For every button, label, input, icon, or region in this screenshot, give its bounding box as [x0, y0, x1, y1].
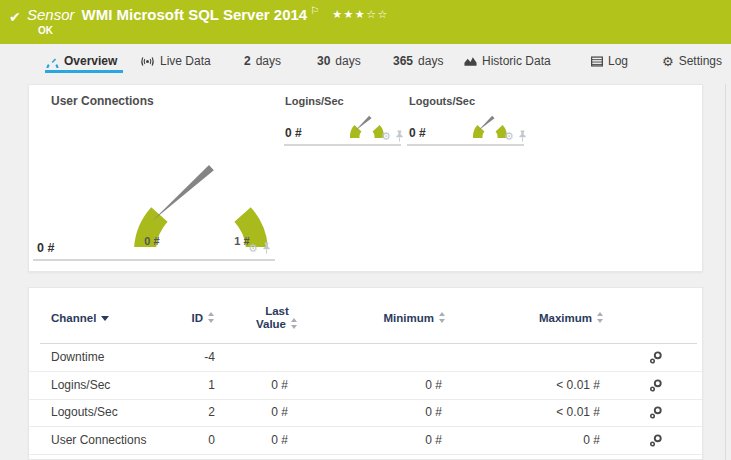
- sensor-header: ✔ SensorWMI Microsoft SQL Server 2014⚐★★…: [0, 0, 731, 44]
- column-header-label: Value: [256, 318, 286, 330]
- tab-days-number: 30: [317, 54, 330, 68]
- tab-label: Historic Data: [482, 54, 551, 68]
- pin-icon[interactable]: [518, 130, 527, 142]
- channel-minimum: 0 #: [354, 427, 442, 454]
- channel-maximum: < 0.01 #: [511, 399, 600, 426]
- channel-id: -4: [129, 344, 215, 371]
- channel-last-value: 0 #: [214, 372, 288, 399]
- column-header-last-value[interactable]: Last Value: [242, 305, 312, 331]
- tab-days-number: 365: [393, 54, 413, 68]
- tab-label: Overview: [64, 54, 117, 68]
- gauge-scale-min: 0 #: [132, 235, 172, 247]
- tab-label: days: [335, 54, 360, 68]
- channel-minimum: 0 #: [354, 372, 442, 399]
- channel-name: Downtime: [51, 344, 104, 371]
- status-badge: OK: [38, 25, 53, 36]
- gauge-settings-gear-icon[interactable]: ⚙: [381, 131, 391, 142]
- tab-30-days[interactable]: 30 days: [317, 54, 361, 68]
- table-row-logins: Logins/Sec 1 0 # 0 # < 0.01 #: [29, 372, 702, 400]
- column-header-channel[interactable]: Channel: [51, 312, 109, 324]
- logouts-gauge-title: Logouts/Sec: [409, 95, 475, 107]
- channel-name: Logouts/Sec: [51, 399, 118, 426]
- gauge-settings-gear-icon[interactable]: ⚙: [248, 243, 258, 254]
- gauges-panel: User Connections 0 # 1 # 0 # ⚙ Logins/Se…: [28, 84, 703, 272]
- channel-maximum: 0 #: [511, 427, 600, 454]
- column-header-label: Last: [265, 305, 289, 317]
- tab-bar: Overview Live Data 2 days 30 days 365 da…: [0, 44, 731, 78]
- channel-settings-icon[interactable]: [641, 372, 671, 399]
- flag-icon[interactable]: ⚐: [310, 5, 319, 16]
- gauge-divider: [33, 259, 275, 261]
- column-header-label: ID: [192, 312, 204, 324]
- logouts-gauge: [472, 102, 508, 138]
- tab-settings[interactable]: ⚙ Settings: [662, 54, 722, 68]
- gear-icon: ⚙: [662, 55, 674, 68]
- tab-label: Live Data: [160, 54, 211, 68]
- primary-gauge-value: 0 #: [37, 241, 54, 255]
- area-chart-icon: [464, 55, 477, 67]
- logins-gauge: [349, 102, 385, 138]
- tab-historic-data[interactable]: Historic Data: [464, 54, 551, 68]
- sensor-title-line: SensorWMI Microsoft SQL Server 2014⚐★★★☆…: [27, 6, 389, 23]
- logins-gauge-value: 0 #: [285, 126, 302, 140]
- gauge-needle: [354, 116, 372, 132]
- column-header-label: Channel: [51, 312, 96, 324]
- pin-icon[interactable]: [262, 242, 271, 254]
- tab-live-data[interactable]: Live Data: [140, 54, 211, 68]
- broadcast-icon: [140, 55, 155, 68]
- channels-table-panel: Channel ID Last Value Minimum Maximum Do…: [28, 287, 703, 460]
- sort-arrows-icon: [290, 318, 298, 329]
- sort-arrows-icon: [438, 312, 446, 323]
- table-row-downtime: Downtime -4: [29, 344, 702, 372]
- page-title: WMI Microsoft SQL Server 2014: [82, 6, 308, 23]
- sort-caret-down-icon: [101, 316, 109, 321]
- sensor-page: ✔ SensorWMI Microsoft SQL Server 2014⚐★★…: [0, 0, 731, 460]
- tab-overview[interactable]: Overview: [46, 54, 117, 68]
- log-list-icon: [591, 56, 603, 67]
- sort-arrows-icon: [207, 312, 215, 323]
- channel-id: 0: [129, 427, 215, 454]
- sort-arrows-icon: [596, 312, 604, 323]
- tab-label: Log: [608, 54, 628, 68]
- tab-label: Settings: [679, 54, 722, 68]
- gauge-needle: [477, 116, 495, 132]
- gauge-needle: [150, 165, 214, 224]
- logouts-gauge-value: 0 #: [409, 126, 426, 140]
- sensor-kind-label: Sensor: [27, 6, 75, 23]
- channel-name: Logins/Sec: [51, 372, 110, 399]
- channel-settings-icon[interactable]: [641, 399, 671, 426]
- stars-empty: ☆☆: [366, 8, 389, 21]
- table-row-user-connections: User Connections 0 0 # 0 # 0 #: [29, 427, 702, 455]
- channel-settings-icon[interactable]: [641, 427, 671, 454]
- gauge-toolbar: ⚙: [248, 242, 271, 254]
- channel-last-value: 0 #: [214, 427, 288, 454]
- user-connections-gauge: [131, 107, 271, 247]
- tab-2-days[interactable]: 2 days: [244, 54, 281, 68]
- channel-id: 2: [129, 399, 215, 426]
- tab-log[interactable]: Log: [591, 54, 628, 68]
- channel-settings-icon[interactable]: [641, 344, 671, 371]
- column-header-id[interactable]: ID: [129, 312, 215, 324]
- pin-icon[interactable]: [395, 130, 404, 142]
- tab-days-number: 2: [244, 54, 251, 68]
- gauge-icon: [46, 55, 59, 68]
- content-right-edge: [725, 84, 726, 460]
- channel-id: 1: [129, 372, 215, 399]
- primary-gauge-title: User Connections: [51, 94, 154, 108]
- tab-365-days[interactable]: 365 days: [393, 54, 443, 68]
- gauge-divider: [407, 144, 524, 146]
- column-header-minimum[interactable]: Minimum: [354, 312, 446, 324]
- status-ok-check-icon: ✔: [9, 9, 21, 25]
- active-tab-indicator: [45, 70, 123, 73]
- tab-label: days: [256, 54, 281, 68]
- gauge-settings-gear-icon[interactable]: ⚙: [504, 131, 514, 142]
- tab-label: days: [418, 54, 443, 68]
- table-row-logouts: Logouts/Sec 2 0 # 0 # < 0.01 #: [29, 399, 702, 427]
- column-header-label: Maximum: [539, 312, 592, 324]
- priority-stars[interactable]: ★★★☆☆: [332, 8, 389, 21]
- gauge-toolbar: ⚙: [381, 130, 404, 142]
- gauge-toolbar: ⚙: [504, 130, 527, 142]
- column-header-maximum[interactable]: Maximum: [511, 312, 604, 324]
- gauge-divider: [284, 144, 401, 146]
- channel-last-value: 0 #: [214, 399, 288, 426]
